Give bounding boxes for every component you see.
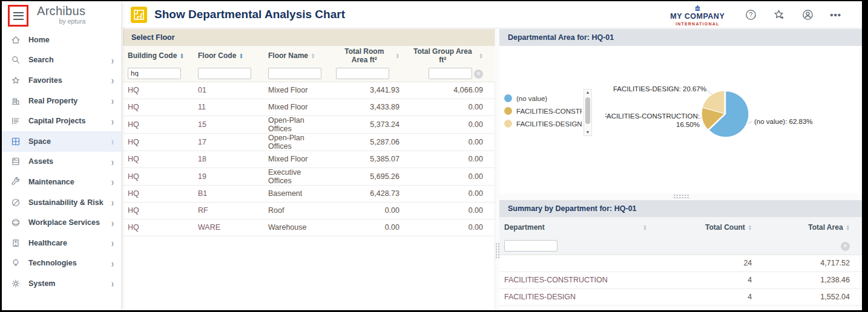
- chevron-right-icon: ›: [111, 216, 114, 229]
- filter-department[interactable]: [504, 240, 557, 252]
- chevron-right-icon: ›: [111, 236, 114, 249]
- sidebar: Archibus by eptura Home Search › Favorit…: [2, 1, 121, 310]
- col-department[interactable]: Department▲▼: [499, 217, 652, 238]
- pie-chart: FACILITIES-DESIGN: 20.67% FACILITIES-CON…: [605, 82, 835, 154]
- floor-row[interactable]: HQ18Mixed Floor5,385.070.00: [123, 151, 495, 167]
- floors-table-header-row: Building Code▲▼ Floor Code▲▼ Floor Name▲…: [123, 46, 495, 65]
- legend-item-facilities-construction[interactable]: FACILITIES-CONSTRUCTION: [504, 105, 583, 117]
- chart-panel-title: Departmental Area for: HQ-01: [499, 29, 862, 46]
- leader-line: [706, 89, 712, 94]
- sidebar-item-assets[interactable]: Assets ›: [2, 152, 121, 172]
- building-icon: [11, 96, 21, 106]
- star-plus-icon: [774, 9, 785, 21]
- pie-label-design: FACILITIES-DESIGN: 20.67%: [613, 85, 706, 93]
- vertical-splitter-handle[interactable]: [495, 242, 500, 258]
- sort-icon[interactable]: ▲▼: [180, 53, 183, 59]
- scroll-up-arrow-icon[interactable]: ▲: [584, 89, 591, 96]
- clear-filter-button[interactable]: ✕: [841, 242, 850, 251]
- chevron-right-icon: ›: [111, 155, 114, 168]
- sidebar-nav: Home Search › Favorites › Real Property …: [2, 30, 121, 294]
- floor-row[interactable]: HQB1Basement6,428.730.00: [123, 185, 495, 202]
- floor-row[interactable]: HQ11Mixed Floor3,433.890.00: [123, 99, 495, 115]
- floorplan-icon: [131, 7, 147, 23]
- summary-row[interactable]: 244,717.52: [499, 255, 862, 271]
- sort-icon[interactable]: ▲▼: [311, 53, 315, 59]
- healthcare-icon: [11, 238, 21, 248]
- legend-item-facilities-design[interactable]: FACILITIES-DESIGN: [504, 117, 583, 130]
- sort-icon[interactable]: ▲▼: [396, 53, 399, 59]
- filter-building-code[interactable]: [128, 68, 181, 79]
- summary-row[interactable]: FACILITIES-CONSTRUCTION41,238.46: [499, 271, 862, 288]
- legend-scrollbar[interactable]: ▲ ▼: [584, 89, 592, 136]
- sidebar-item-maintenance[interactable]: Maintenance ›: [2, 172, 121, 192]
- hamburger-menu-button[interactable]: [8, 5, 28, 27]
- company-building-icon: [694, 5, 702, 11]
- sidebar-item-workplace-services[interactable]: Workplace Services ›: [2, 212, 121, 233]
- sidebar-item-healthcare[interactable]: Healthcare ›: [2, 233, 121, 253]
- horizontal-splitter-handle[interactable]: [673, 194, 689, 199]
- add-favorite-button[interactable]: [773, 8, 785, 21]
- filter-room-area[interactable]: [336, 68, 389, 79]
- col-total-group-area[interactable]: Total Group Area ft²▲▼: [404, 46, 495, 65]
- account-button[interactable]: [801, 8, 814, 21]
- sidebar-item-capital-projects[interactable]: Capital Projects ›: [2, 111, 121, 131]
- star-icon: [11, 76, 21, 85]
- filter-floor-code[interactable]: [198, 68, 251, 79]
- floor-row[interactable]: HQ19Executive Offices5,695.260.00: [123, 167, 495, 185]
- archibus-logo: Archibus by eptura: [37, 5, 85, 25]
- floors-table: Building Code▲▼ Floor Code▲▼ Floor Name▲…: [123, 46, 495, 236]
- sidebar-item-space[interactable]: Space ›: [2, 131, 121, 152]
- sidebar-item-home[interactable]: Home: [2, 30, 121, 50]
- col-building-code[interactable]: Building Code▲▼: [123, 46, 193, 65]
- scrollbar-thumb[interactable]: [585, 97, 590, 124]
- sidebar-item-technologies[interactable]: Technologies ›: [2, 253, 121, 274]
- floor-row[interactable]: HQ15Open-Plan Offices5,373.240.00: [123, 115, 495, 133]
- content-area: Select Floor Building Code▲▼ Floor Code▲…: [121, 28, 862, 310]
- scroll-down-arrow-icon[interactable]: ▼: [584, 129, 591, 135]
- help-button[interactable]: ?: [745, 8, 757, 21]
- leaf-icon: [11, 198, 21, 207]
- sort-icon[interactable]: ▲▼: [479, 53, 483, 59]
- pie-label-no-value: (no value): 62.83%: [754, 118, 813, 125]
- right-panels: Departmental Area for: HQ-01 (no value) …: [499, 29, 862, 309]
- filter-floor-name[interactable]: [268, 68, 321, 79]
- sort-icon[interactable]: ▲▼: [239, 53, 243, 59]
- sidebar-item-real-property[interactable]: Real Property ›: [2, 91, 121, 111]
- sort-icon[interactable]: ▲▼: [643, 224, 646, 230]
- col-total-room-area[interactable]: Total Room Area ft²▲▼: [331, 46, 404, 65]
- col-total-count[interactable]: Total Count▲▼: [652, 217, 757, 238]
- app-window: Archibus by eptura Home Search › Favorit…: [2, 1, 862, 310]
- user-icon: [802, 9, 814, 21]
- chevron-right-icon: ›: [111, 54, 114, 67]
- logo-subtitle: by eptura: [37, 18, 85, 25]
- space-grid-icon: [11, 137, 21, 146]
- sidebar-item-search[interactable]: Search ›: [2, 50, 121, 71]
- sidebar-item-sustainability-risk[interactable]: Sustainability & Risk ›: [2, 192, 121, 213]
- more-menu-button[interactable]: •••: [830, 10, 841, 20]
- page-title: Show Departmental Analysis Chart: [154, 8, 670, 21]
- floor-row[interactable]: HQ01Mixed Floor3,441.934,066.09: [123, 82, 495, 99]
- sort-icon[interactable]: ▲▼: [846, 224, 850, 230]
- home-icon: [11, 35, 21, 45]
- assets-icon: [11, 157, 21, 166]
- leader-line: [748, 122, 752, 123]
- summary-row[interactable]: FACILITIES-DESIGN41,552.04: [499, 288, 862, 305]
- search-icon: [11, 55, 21, 65]
- company-logo[interactable]: MY COMPANY INTERNATIONAL: [670, 3, 725, 26]
- filter-group-area[interactable]: [429, 68, 472, 79]
- legend-item-no-value[interactable]: (no value): [504, 92, 583, 105]
- pie-label-construction-line2: 16.50%: [676, 121, 700, 128]
- sort-icon[interactable]: ▲▼: [748, 224, 752, 230]
- col-total-area[interactable]: Total Area▲▼: [757, 217, 862, 238]
- col-floor-code[interactable]: Floor Code▲▼: [193, 46, 263, 65]
- summary-header-row: Department▲▼ Total Count▲▼ Total Area▲▼: [499, 217, 862, 238]
- floor-row[interactable]: HQWAREWarehouse0.000.00: [123, 219, 495, 236]
- floor-row[interactable]: HQRFRoof0.000.00: [123, 202, 495, 219]
- clear-filter-button[interactable]: ✕: [474, 70, 483, 79]
- wrench-icon: [11, 177, 21, 187]
- sidebar-item-favorites[interactable]: Favorites ›: [2, 70, 121, 91]
- floor-row[interactable]: HQ17Open-Plan Offices5,287.060.00: [123, 133, 495, 151]
- projects-icon: [11, 116, 21, 126]
- sidebar-item-system[interactable]: System ›: [2, 273, 121, 294]
- col-floor-name[interactable]: Floor Name▲▼: [263, 46, 331, 65]
